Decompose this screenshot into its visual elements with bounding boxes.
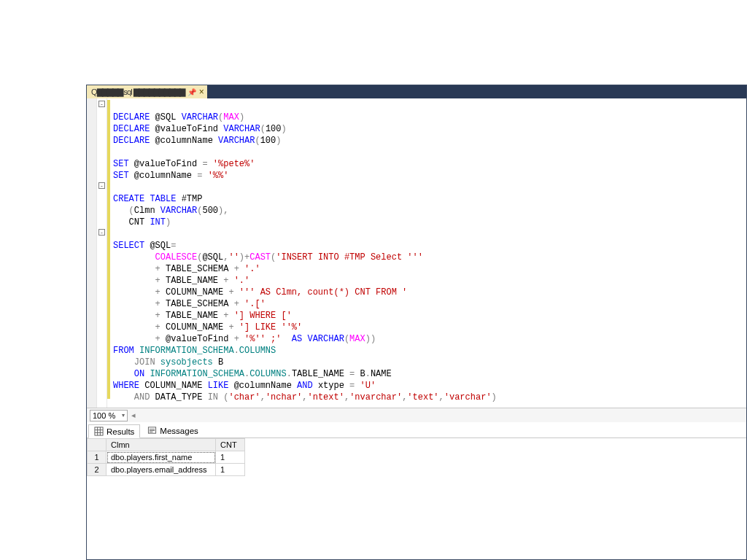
- zoom-value: 100 %: [93, 411, 115, 421]
- svg-rect-5: [149, 427, 156, 433]
- svg-rect-0: [95, 427, 103, 435]
- grid-icon: [94, 427, 104, 436]
- grid-header-row: Clmn CNT: [88, 439, 245, 451]
- cell-clmn[interactable]: dbo.players.first_name: [107, 451, 216, 464]
- chevron-down-icon: ▾: [122, 411, 125, 421]
- pin-icon[interactable]: 📌: [187, 88, 196, 96]
- zoom-dropdown[interactable]: 100 % ▾: [90, 410, 128, 421]
- messages-icon: [147, 426, 157, 435]
- fold-toggle-1[interactable]: -: [98, 101, 105, 107]
- table-row[interactable]: 2 dbo.players.email_address 1: [88, 464, 245, 476]
- fold-toggle-2[interactable]: -: [98, 182, 105, 189]
- sql-editor[interactable]: - - - DECLARE @SQL VARCHAR(MAX) DECLARE …: [87, 98, 746, 408]
- table-row[interactable]: 1 dbo.players.first_name 1: [88, 451, 245, 464]
- tab-results[interactable]: Results: [88, 424, 140, 438]
- col-header-cnt[interactable]: CNT: [216, 439, 245, 451]
- row-number[interactable]: 2: [88, 464, 107, 476]
- cell-clmn[interactable]: dbo.players.email_address: [107, 464, 216, 476]
- scroll-left-icon[interactable]: ◂: [129, 411, 138, 420]
- fold-gutter: - - -: [97, 98, 107, 408]
- code-text[interactable]: DECLARE @SQL VARCHAR(MAX) DECLARE @value…: [110, 98, 497, 408]
- tab-messages[interactable]: Messages: [142, 424, 204, 438]
- cell-cnt[interactable]: 1: [216, 464, 245, 476]
- results-grid[interactable]: Clmn CNT 1 dbo.players.first_name 1 2 db…: [87, 438, 245, 476]
- col-header-clmn[interactable]: Clmn: [107, 439, 216, 451]
- outline-gutter: [87, 98, 97, 408]
- tab-messages-label: Messages: [160, 427, 198, 435]
- tab-results-label: Results: [107, 427, 134, 436]
- row-number[interactable]: 1: [88, 451, 107, 464]
- results-grid-container: Clmn CNT 1 dbo.players.first_name 1 2 db…: [87, 438, 746, 559]
- cell-cnt[interactable]: 1: [216, 451, 245, 464]
- change-indicator: [107, 98, 110, 408]
- close-tab-icon[interactable]: ×: [199, 88, 204, 96]
- ssms-window: Q▇▇▇▇▇.sql ▇▇▇▇▇▇▇▇▇▇ 📌 × - - - DECLARE …: [86, 85, 747, 560]
- active-query-tab[interactable]: Q▇▇▇▇▇.sql ▇▇▇▇▇▇▇▇▇▇ 📌 ×: [87, 85, 207, 98]
- tab-filename: Q▇▇▇▇▇.sql ▇▇▇▇▇▇▇▇▇▇: [91, 88, 185, 97]
- fold-toggle-3[interactable]: -: [98, 229, 105, 236]
- results-pane-tabs: Results Messages: [87, 422, 746, 438]
- document-tab-bar: Q▇▇▇▇▇.sql ▇▇▇▇▇▇▇▇▇▇ 📌 ×: [87, 85, 746, 98]
- grid-corner[interactable]: [88, 439, 107, 451]
- editor-zoom-bar: 100 % ▾ ◂: [87, 408, 746, 422]
